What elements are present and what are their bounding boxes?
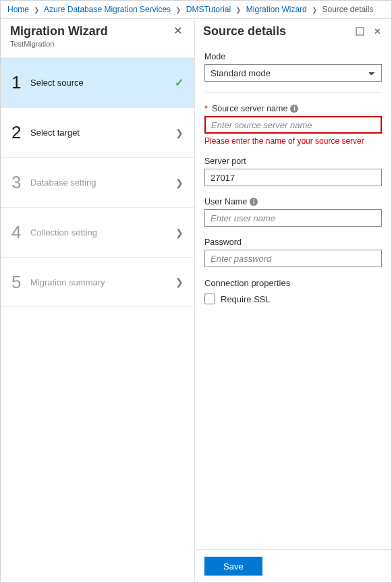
details-title: Source details: [203, 24, 348, 38]
require-ssl-label: Require SSL: [221, 294, 271, 304]
svg-rect-0: [356, 28, 364, 35]
close-icon[interactable]: ✕: [371, 26, 383, 38]
save-button[interactable]: Save: [204, 557, 262, 576]
source-server-label: Source server name: [212, 104, 288, 113]
close-icon[interactable]: ✕: [171, 24, 185, 38]
step-label: Select source: [30, 78, 175, 88]
chevron-right-icon: ❯: [312, 6, 317, 13]
required-asterisk: *: [204, 104, 208, 113]
wizard-step-select-target[interactable]: 2 Select target ❯: [1, 107, 194, 157]
wizard-step-migration-summary[interactable]: 5 Migration summary ❯: [1, 257, 194, 307]
user-name-label: User Name: [204, 197, 247, 206]
password-field: Password: [204, 238, 382, 267]
app-root: Home ❯ Azure Database Migration Services…: [0, 0, 392, 583]
user-name-input[interactable]: [204, 209, 382, 227]
require-ssl-checkbox[interactable]: [204, 294, 215, 304]
wizard-step-select-source[interactable]: 1 Select source ✓: [1, 57, 194, 107]
step-number: 1: [11, 72, 30, 93]
wizard-subtitle: TestMigration: [10, 40, 171, 48]
source-server-error: Please enter the name of your source ser…: [204, 136, 382, 146]
chevron-right-icon: ❯: [175, 6, 181, 13]
chevron-right-icon: ❯: [175, 128, 184, 138]
divider: [204, 92, 382, 93]
step-label: Database setting: [30, 177, 175, 188]
step-number: 5: [11, 272, 30, 293]
info-icon[interactable]: i: [290, 105, 298, 113]
server-port-label: Server port: [204, 157, 382, 166]
chevron-right-icon: ❯: [175, 277, 184, 287]
step-label: Collection setting: [30, 227, 175, 238]
pin-icon-svg: [356, 27, 364, 36]
info-icon[interactable]: i: [250, 198, 258, 206]
mode-field: Mode Standard mode: [204, 52, 382, 82]
mode-select[interactable]: Standard mode: [204, 64, 382, 82]
wizard-title: Migration Wizard: [10, 24, 171, 38]
check-icon: ✓: [175, 76, 184, 89]
server-port-input[interactable]: [204, 169, 382, 186]
details-footer: Save: [195, 549, 391, 582]
wizard-panel: Migration Wizard TestMigration ✕ 1 Selec…: [1, 18, 195, 582]
breadcrumb-link-service[interactable]: Azure Database Migration Services: [44, 5, 171, 14]
chevron-right-icon: ❯: [34, 6, 39, 13]
breadcrumb-current: Source details: [322, 5, 373, 14]
breadcrumb-link-wizard[interactable]: Migration Wizard: [246, 5, 307, 14]
wizard-step-collection-setting[interactable]: 4 Collection setting ❯: [1, 207, 194, 257]
chevron-right-icon: ❯: [175, 177, 184, 188]
breadcrumb-link-tutorial[interactable]: DMSTutorial: [186, 5, 231, 14]
step-number: 2: [11, 122, 30, 143]
wizard-steps: 1 Select source ✓ 2 Select target ❯ 3 Da…: [1, 57, 194, 307]
source-server-input[interactable]: [204, 116, 382, 134]
password-label: Password: [204, 238, 382, 247]
chevron-right-icon: ❯: [175, 227, 184, 238]
user-name-field: User Name i: [204, 197, 382, 227]
server-port-field: Server port: [204, 157, 382, 186]
source-server-field: * Source server name i Please enter the …: [204, 104, 382, 146]
wizard-step-database-setting[interactable]: 3 Database setting ❯: [1, 157, 194, 207]
require-ssl-row[interactable]: Require SSL: [204, 294, 382, 304]
connection-properties-heading: Connection properties: [204, 278, 382, 288]
step-label: Select target: [30, 128, 175, 138]
pin-icon[interactable]: [354, 26, 366, 38]
mode-label: Mode: [204, 52, 382, 61]
chevron-right-icon: ❯: [235, 6, 241, 13]
details-panel: Source details ✕ Mode Standard mode: [195, 18, 391, 582]
breadcrumb: Home ❯ Azure Database Migration Services…: [1, 1, 391, 18]
step-number: 3: [11, 172, 30, 193]
password-input[interactable]: [204, 250, 382, 267]
breadcrumb-link-home[interactable]: Home: [7, 5, 29, 14]
step-label: Migration summary: [30, 277, 175, 287]
step-number: 4: [11, 222, 30, 243]
